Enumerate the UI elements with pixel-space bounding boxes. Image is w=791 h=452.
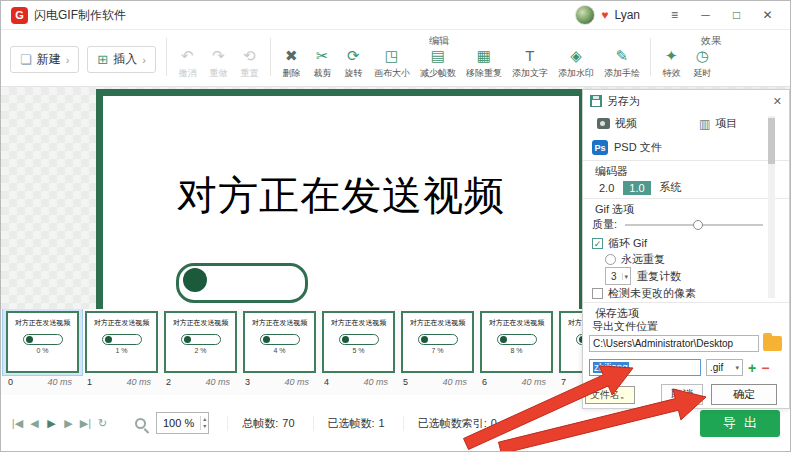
frame-thumbnail[interactable]: 对方正在发送视频 4 % bbox=[243, 311, 316, 373]
extension-select[interactable]: .gif ▾ bbox=[706, 359, 743, 376]
frame-percent: 5 % bbox=[324, 347, 393, 354]
tool-add-text[interactable]: T 添加文字 bbox=[507, 47, 553, 80]
app-logo-icon: G bbox=[11, 7, 28, 24]
repeat-forever-label: 永远重复 bbox=[621, 252, 665, 267]
selected-frames-stat: 已选帧数:1 bbox=[313, 416, 385, 431]
ok-button[interactable]: 确定 bbox=[711, 384, 777, 405]
detect-pixels-checkbox[interactable] bbox=[592, 288, 603, 299]
play-button[interactable]: ▶ bbox=[43, 417, 60, 430]
quality-slider[interactable] bbox=[625, 219, 763, 231]
frame-cell-1[interactable]: 对方正在发送视频 1 % 140 ms bbox=[82, 309, 161, 397]
zoom-spinner[interactable]: ▴▾ bbox=[200, 416, 208, 430]
encoder-option-system[interactable]: 系统 bbox=[660, 180, 682, 195]
progress-dot-graphic bbox=[183, 268, 207, 292]
browse-folder-icon[interactable] bbox=[763, 336, 782, 351]
zoom-input[interactable]: 100 % ▴▾ bbox=[156, 412, 209, 434]
frame-thumbnail[interactable]: 对方正在发送视频 8 % bbox=[480, 311, 553, 373]
scrollbar-thumb[interactable] bbox=[768, 118, 775, 164]
frame-duration[interactable]: 40 ms bbox=[205, 377, 230, 387]
username[interactable]: Lyan bbox=[614, 8, 640, 22]
frame-cell-3[interactable]: 对方正在发送视频 4 % 340 ms bbox=[240, 309, 319, 397]
frame-duration[interactable]: 40 ms bbox=[284, 377, 309, 387]
frame-progress-pill bbox=[497, 334, 537, 345]
export-button[interactable]: 导出 bbox=[700, 410, 780, 437]
tool-label: 添加水印 bbox=[558, 67, 594, 80]
insert-icon: ⊞ bbox=[97, 52, 108, 67]
repeat-forever-radio[interactable] bbox=[605, 254, 616, 265]
spinner-dropdown-icon[interactable]: ▾ bbox=[622, 273, 631, 280]
repeat-count-value[interactable]: 3 bbox=[606, 271, 622, 282]
frame-duration[interactable]: 40 ms bbox=[126, 377, 151, 387]
save-as-panel: 另存为 ✕ 视频 ▥ 项目 Ps PSD 文件 编码器 2.0 1.0 系统 G… bbox=[582, 89, 790, 409]
format-project-option[interactable]: 项目 bbox=[715, 116, 737, 131]
frame-duration[interactable]: 40 ms bbox=[363, 377, 388, 387]
frame-cell-6[interactable]: 对方正在发送视频 8 % 640 ms bbox=[477, 309, 556, 397]
chevron-right-icon: › bbox=[66, 54, 70, 66]
remove-extension-button[interactable]: − bbox=[761, 360, 769, 376]
insert-button[interactable]: ⊞ 插入 › bbox=[87, 46, 156, 73]
tool-reset[interactable]: ⟲ 重置 bbox=[234, 47, 265, 80]
prev-frame-button[interactable]: ◀ bbox=[26, 417, 43, 430]
repeat-count-spinner[interactable]: 3 ▾ bbox=[605, 267, 631, 285]
first-frame-button[interactable]: |◀ bbox=[9, 417, 26, 430]
frame-cell-5[interactable]: 对方正在发送视频 7 % 540 ms bbox=[398, 309, 477, 397]
canvas-size-icon: ◳ bbox=[385, 47, 399, 65]
tool-delay[interactable]: ◷ 延时 bbox=[687, 47, 718, 80]
format-psd-option[interactable]: PSD 文件 bbox=[614, 140, 662, 155]
format-video-option[interactable]: 视频 bbox=[615, 116, 637, 131]
tool-delete[interactable]: ✖ 删除 bbox=[276, 47, 307, 80]
tool-label: 添加文字 bbox=[512, 67, 548, 80]
frame-index: 7 bbox=[561, 377, 566, 387]
slider-handle[interactable] bbox=[693, 220, 703, 230]
tool-crop[interactable]: ✂ 裁剪 bbox=[307, 47, 338, 80]
frame-thumbnail[interactable]: 对方正在发送视频 1 % bbox=[85, 311, 158, 373]
filename-selected-text[interactable]: zhiliang bbox=[593, 362, 629, 373]
tool-remove-duplicates[interactable]: ▦ 移除重复 bbox=[461, 47, 507, 80]
preview-canvas[interactable]: 对方正在发送视频 bbox=[96, 89, 586, 309]
frame-cell-2[interactable]: 对方正在发送视频 2 % 240 ms bbox=[161, 309, 240, 397]
tool-effects[interactable]: ✦ 特效 bbox=[656, 47, 687, 80]
tool-canvas-size[interactable]: ◳ 画布大小 bbox=[369, 47, 415, 80]
frame-thumbnail[interactable]: 对方正在发送视频 2 % bbox=[164, 311, 237, 373]
add-extension-button[interactable]: + bbox=[748, 360, 756, 376]
minimize-icon[interactable]: ─ bbox=[693, 1, 718, 29]
cancel-button[interactable]: 取消 bbox=[661, 384, 703, 405]
menu-icon[interactable]: ≡ bbox=[662, 1, 687, 29]
panel-scrollbar[interactable] bbox=[768, 116, 775, 298]
tool-label: 画布大小 bbox=[374, 67, 410, 80]
filename-input[interactable]: zhiliang bbox=[589, 359, 701, 376]
insert-button-label: 插入 bbox=[113, 51, 137, 68]
frame-thumbnail[interactable]: 对方正在发送视频 5 % bbox=[322, 311, 395, 373]
repeat-count-label: 重复计数 bbox=[637, 269, 681, 284]
tool-redo[interactable]: ↷ 重做 bbox=[203, 47, 234, 80]
last-frame-button[interactable]: ▶| bbox=[77, 417, 94, 430]
encoder-option-1-0-selected[interactable]: 1.0 bbox=[623, 181, 650, 195]
tool-reduce-frames[interactable]: ▤ 减少帧数 bbox=[415, 47, 461, 80]
encoder-option-2-0[interactable]: 2.0 bbox=[599, 182, 614, 194]
tool-label: 特效 bbox=[662, 67, 680, 80]
export-path-input[interactable]: C:\Users\Administrator\Desktop bbox=[589, 335, 759, 352]
close-icon[interactable]: ✕ bbox=[755, 1, 780, 29]
tool-undo[interactable]: ↶ 撤消 bbox=[172, 47, 203, 80]
loop-playback-button[interactable]: ↻ bbox=[94, 417, 111, 430]
frame-index: 6 bbox=[482, 377, 487, 387]
zoom-value[interactable]: 100 % bbox=[157, 417, 200, 429]
frame-cell-0[interactable]: 对方正在发送视频 0 % 040 ms bbox=[3, 309, 82, 397]
panel-close-icon[interactable]: ✕ bbox=[773, 95, 782, 108]
tool-rotate[interactable]: ⟳ 旋转 bbox=[338, 47, 369, 80]
frame-thumbnail[interactable]: 对方正在发送视频 7 % bbox=[401, 311, 474, 373]
tool-add-watermark[interactable]: ◈ 添加水印 bbox=[553, 47, 599, 80]
frame-progress-pill bbox=[181, 334, 221, 345]
frame-cell-4[interactable]: 对方正在发送视频 5 % 440 ms bbox=[319, 309, 398, 397]
new-button[interactable]: ❏ 新建 › bbox=[10, 46, 79, 73]
next-frame-button[interactable]: ▶ bbox=[60, 417, 77, 430]
user-avatar[interactable] bbox=[575, 5, 595, 25]
gif-caption-text: 对方正在发送视频 bbox=[103, 168, 579, 223]
tool-add-drawing[interactable]: ✎ 添加手绘 bbox=[599, 47, 645, 80]
frame-duration[interactable]: 40 ms bbox=[521, 377, 546, 387]
frame-thumbnail[interactable]: 对方正在发送视频 0 % bbox=[6, 311, 79, 373]
loop-gif-checkbox[interactable]: ✓ bbox=[592, 238, 603, 249]
frame-duration[interactable]: 40 ms bbox=[47, 377, 72, 387]
maximize-icon[interactable]: □ bbox=[724, 1, 749, 29]
frame-duration[interactable]: 40 ms bbox=[442, 377, 467, 387]
